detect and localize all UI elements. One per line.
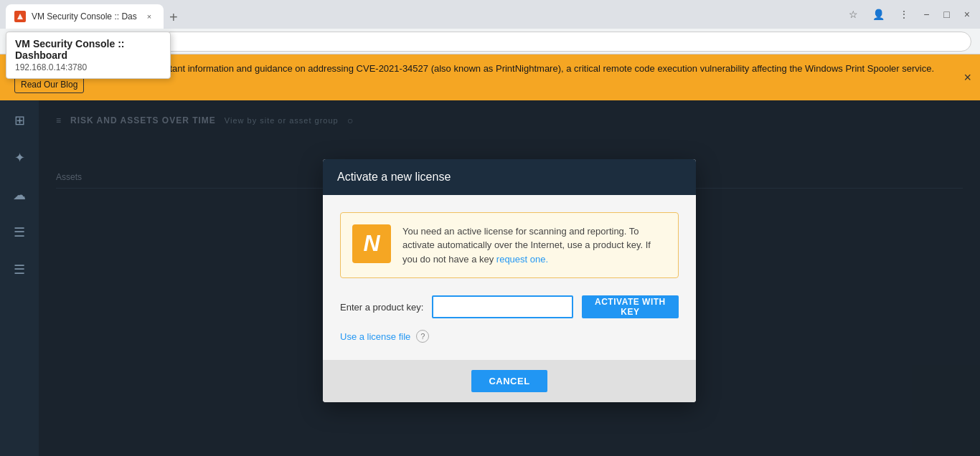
- license-logo: N: [352, 224, 391, 263]
- tab-favicon: [14, 11, 26, 22]
- tab-title: VM Security Console :: Das: [32, 11, 138, 22]
- modal-overlay: Activate a new license N You need an act…: [39, 100, 980, 457]
- product-key-row: Enter a product key: ACTIVATE WITH KEY: [340, 295, 679, 318]
- sidebar-icon-reports[interactable]: ☰: [8, 221, 31, 244]
- activate-with-key-button[interactable]: ACTIVATE WITH KEY: [582, 295, 679, 318]
- product-key-input[interactable]: [432, 295, 573, 318]
- sidebar-icon-dashboard[interactable]: ⊞: [8, 109, 31, 132]
- main-area: ⊞ ✦ ☁ ☰ ☰ ≡ RISK AND ASSETS OVER TIME Vi…: [0, 100, 980, 457]
- license-file-row: Use a license file ?: [340, 330, 679, 343]
- window-maximize-button[interactable]: □: [939, 7, 953, 22]
- window-controls: ☆ 👤 ⋮ − □ ×: [844, 7, 974, 22]
- tab-close-button[interactable]: ×: [143, 11, 155, 22]
- sidebar-icon-cloud[interactable]: ☁: [8, 184, 31, 206]
- request-license-link[interactable]: request one.: [496, 254, 548, 265]
- window-account-icon[interactable]: 👤: [868, 7, 889, 22]
- modal-body: N You need an active license for scannin…: [323, 195, 696, 361]
- product-key-label: Enter a product key:: [340, 302, 423, 313]
- use-license-file-link[interactable]: Use a license file: [340, 331, 410, 342]
- window-menu-icon[interactable]: ⋮: [895, 7, 913, 22]
- banner-text: See our blog post for important informat…: [57, 63, 934, 74]
- license-notice: N You need an active license for scannin…: [340, 212, 679, 279]
- activate-license-modal: Activate a new license N You need an act…: [323, 159, 696, 403]
- window-close-button[interactable]: ×: [960, 7, 974, 22]
- cancel-button[interactable]: CANCEL: [471, 370, 547, 392]
- modal-header: Activate a new license: [323, 159, 696, 195]
- tooltip-title: VM Security Console :: Dashboard: [15, 38, 161, 61]
- notice-text: You need an active license for scanning …: [402, 224, 666, 267]
- tooltip-url: 192.168.0.14:3780: [15, 62, 161, 72]
- help-icon[interactable]: ?: [416, 330, 429, 343]
- modal-footer: CANCEL: [323, 360, 696, 402]
- new-tab-button[interactable]: +: [164, 6, 184, 29]
- tab-tooltip: VM Security Console :: Dashboard 192.168…: [6, 32, 171, 79]
- sidebar: ⊞ ✦ ☁ ☰ ☰: [0, 100, 39, 457]
- window-minimize-button[interactable]: −: [919, 7, 933, 22]
- browser-chrome: VM Security Console :: Das × VM Security…: [0, 0, 980, 29]
- active-tab[interactable]: VM Security Console :: Das × VM Security…: [6, 4, 164, 29]
- window-bookmark-icon[interactable]: ☆: [844, 7, 862, 22]
- sidebar-icon-settings[interactable]: ☰: [8, 258, 31, 281]
- logo-letter: N: [363, 230, 380, 257]
- sidebar-icon-assets[interactable]: ✦: [8, 146, 31, 169]
- content-area: ≡ RISK AND ASSETS OVER TIME View by site…: [39, 100, 980, 457]
- modal-title: Activate a new license: [337, 171, 451, 183]
- banner-close-button[interactable]: ×: [963, 70, 971, 85]
- tab-bar: VM Security Console :: Das × VM Security…: [6, 0, 839, 29]
